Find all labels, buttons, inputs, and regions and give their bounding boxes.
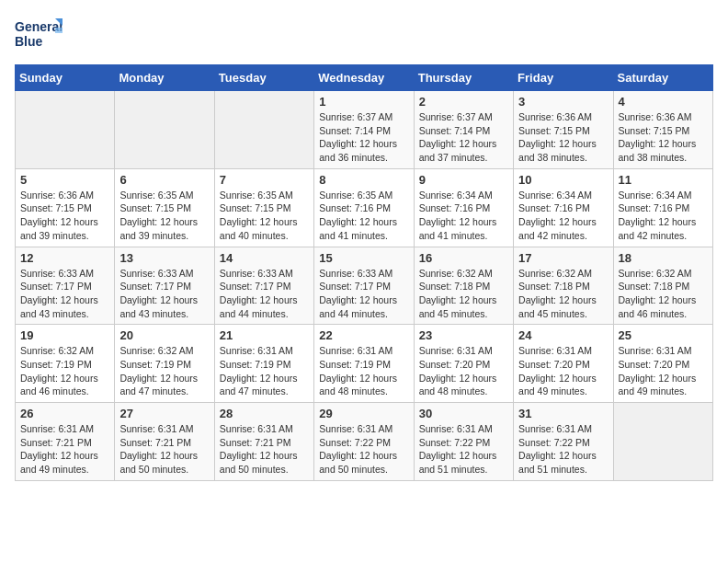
calendar-table: SundayMondayTuesdayWednesdayThursdayFrid…: [15, 64, 713, 481]
day-info: Sunrise: 6:31 AM Sunset: 7:19 PM Dayligh…: [220, 344, 309, 398]
day-info: Sunrise: 6:37 AM Sunset: 7:14 PM Dayligh…: [319, 110, 408, 165]
day-info: Sunrise: 6:34 AM Sunset: 7:16 PM Dayligh…: [619, 189, 708, 243]
day-number: 28: [220, 407, 309, 420]
day-number: 11: [619, 173, 708, 187]
day-info: Sunrise: 6:31 AM Sunset: 7:20 PM Dayligh…: [518, 344, 608, 398]
calendar-cell: [613, 403, 712, 481]
calendar-cell: 5Sunrise: 6:36 AM Sunset: 7:15 PM Daylig…: [16, 168, 115, 247]
calendar-cell: 17Sunrise: 6:32 AM Sunset: 7:18 PM Dayli…: [514, 247, 613, 325]
calendar-cell: 31Sunrise: 6:31 AM Sunset: 7:22 PM Dayli…: [514, 403, 613, 481]
svg-marker-3: [55, 28, 63, 33]
calendar-cell: 19Sunrise: 6:32 AM Sunset: 7:19 PM Dayli…: [16, 325, 115, 403]
svg-text:Blue: Blue: [15, 34, 43, 49]
calendar-cell: 21Sunrise: 6:31 AM Sunset: 7:19 PM Dayli…: [214, 325, 313, 403]
weekday-header-sunday: Sunday: [16, 65, 115, 91]
calendar-cell: 29Sunrise: 6:31 AM Sunset: 7:22 PM Dayli…: [314, 403, 414, 481]
day-info: Sunrise: 6:36 AM Sunset: 7:15 PM Dayligh…: [20, 189, 109, 243]
weekday-header-monday: Monday: [115, 65, 214, 91]
calendar-cell: 3Sunrise: 6:36 AM Sunset: 7:15 PM Daylig…: [514, 91, 613, 169]
calendar-cell: 2Sunrise: 6:37 AM Sunset: 7:14 PM Daylig…: [414, 91, 513, 169]
day-number: 13: [119, 251, 209, 265]
calendar-cell: 26Sunrise: 6:31 AM Sunset: 7:21 PM Dayli…: [16, 403, 115, 481]
calendar-cell: 13Sunrise: 6:33 AM Sunset: 7:17 PM Dayli…: [115, 247, 214, 325]
day-number: 6: [119, 173, 209, 187]
day-info: Sunrise: 6:35 AM Sunset: 7:15 PM Dayligh…: [119, 189, 209, 243]
day-info: Sunrise: 6:33 AM Sunset: 7:17 PM Dayligh…: [119, 267, 209, 321]
day-info: Sunrise: 6:34 AM Sunset: 7:16 PM Dayligh…: [518, 189, 608, 243]
day-info: Sunrise: 6:37 AM Sunset: 7:14 PM Dayligh…: [419, 110, 508, 165]
day-info: Sunrise: 6:36 AM Sunset: 7:15 PM Dayligh…: [518, 110, 608, 165]
calendar-cell: 1Sunrise: 6:37 AM Sunset: 7:14 PM Daylig…: [314, 91, 414, 169]
day-info: Sunrise: 6:31 AM Sunset: 7:21 PM Dayligh…: [220, 422, 309, 477]
calendar-cell: 30Sunrise: 6:31 AM Sunset: 7:22 PM Dayli…: [414, 403, 513, 481]
day-info: Sunrise: 6:36 AM Sunset: 7:15 PM Dayligh…: [619, 110, 708, 165]
day-number: 30: [419, 407, 508, 420]
day-number: 16: [419, 251, 508, 265]
weekday-header-thursday: Thursday: [414, 65, 513, 91]
calendar-cell: 22Sunrise: 6:31 AM Sunset: 7:19 PM Dayli…: [314, 325, 414, 403]
calendar-week-3: 12Sunrise: 6:33 AM Sunset: 7:17 PM Dayli…: [16, 247, 713, 325]
day-info: Sunrise: 6:31 AM Sunset: 7:22 PM Dayligh…: [419, 422, 508, 477]
day-number: 10: [518, 173, 608, 187]
day-number: 15: [319, 251, 408, 265]
day-info: Sunrise: 6:32 AM Sunset: 7:19 PM Dayligh…: [20, 344, 109, 398]
day-info: Sunrise: 6:31 AM Sunset: 7:21 PM Dayligh…: [119, 422, 209, 477]
weekday-header-wednesday: Wednesday: [314, 65, 414, 91]
day-info: Sunrise: 6:32 AM Sunset: 7:18 PM Dayligh…: [419, 267, 508, 321]
day-number: 14: [220, 251, 309, 265]
day-number: 3: [518, 95, 608, 109]
day-number: 17: [518, 251, 608, 265]
calendar-cell: 27Sunrise: 6:31 AM Sunset: 7:21 PM Dayli…: [115, 403, 214, 481]
calendar-cell: [115, 91, 214, 169]
day-number: 18: [619, 251, 708, 265]
day-info: Sunrise: 6:31 AM Sunset: 7:22 PM Dayligh…: [319, 422, 408, 477]
day-number: 22: [319, 328, 408, 342]
day-info: Sunrise: 6:31 AM Sunset: 7:20 PM Dayligh…: [419, 344, 508, 398]
calendar-week-2: 5Sunrise: 6:36 AM Sunset: 7:15 PM Daylig…: [16, 168, 713, 247]
day-number: 2: [419, 95, 508, 109]
calendar-header: SundayMondayTuesdayWednesdayThursdayFrid…: [16, 65, 713, 91]
day-number: 7: [220, 173, 309, 187]
calendar-cell: 11Sunrise: 6:34 AM Sunset: 7:16 PM Dayli…: [613, 168, 712, 247]
day-number: 12: [20, 251, 109, 265]
calendar-cell: 15Sunrise: 6:33 AM Sunset: 7:17 PM Dayli…: [314, 247, 414, 325]
calendar-cell: 25Sunrise: 6:31 AM Sunset: 7:20 PM Dayli…: [613, 325, 712, 403]
calendar-cell: 20Sunrise: 6:32 AM Sunset: 7:19 PM Dayli…: [115, 325, 214, 403]
calendar-cell: 24Sunrise: 6:31 AM Sunset: 7:20 PM Dayli…: [514, 325, 613, 403]
day-number: 9: [419, 173, 508, 187]
day-number: 23: [419, 328, 508, 342]
day-number: 26: [20, 407, 109, 420]
weekday-header-friday: Friday: [514, 65, 613, 91]
calendar-cell: [214, 91, 313, 169]
day-number: 29: [319, 407, 408, 420]
day-number: 4: [619, 95, 708, 109]
calendar-cell: [16, 91, 115, 169]
weekday-header-saturday: Saturday: [613, 65, 712, 91]
calendar-cell: 28Sunrise: 6:31 AM Sunset: 7:21 PM Dayli…: [214, 403, 313, 481]
day-number: 1: [319, 95, 408, 109]
logo-svg: General Blue: [15, 15, 63, 55]
day-info: Sunrise: 6:32 AM Sunset: 7:18 PM Dayligh…: [619, 267, 708, 321]
calendar-cell: 6Sunrise: 6:35 AM Sunset: 7:15 PM Daylig…: [115, 168, 214, 247]
calendar-cell: 8Sunrise: 6:35 AM Sunset: 7:16 PM Daylig…: [314, 168, 414, 247]
calendar-cell: 16Sunrise: 6:32 AM Sunset: 7:18 PM Dayli…: [414, 247, 513, 325]
day-number: 5: [20, 173, 109, 187]
day-number: 27: [119, 407, 209, 420]
day-info: Sunrise: 6:32 AM Sunset: 7:19 PM Dayligh…: [119, 344, 209, 398]
page-header: General Blue: [15, 15, 713, 55]
weekday-header-tuesday: Tuesday: [214, 65, 313, 91]
day-number: 31: [518, 407, 608, 420]
day-info: Sunrise: 6:33 AM Sunset: 7:17 PM Dayligh…: [20, 267, 109, 321]
day-info: Sunrise: 6:31 AM Sunset: 7:20 PM Dayligh…: [619, 344, 708, 398]
day-info: Sunrise: 6:35 AM Sunset: 7:16 PM Dayligh…: [319, 189, 408, 243]
day-info: Sunrise: 6:31 AM Sunset: 7:19 PM Dayligh…: [319, 344, 408, 398]
calendar-week-1: 1Sunrise: 6:37 AM Sunset: 7:14 PM Daylig…: [16, 91, 713, 169]
day-number: 21: [220, 328, 309, 342]
calendar-week-5: 26Sunrise: 6:31 AM Sunset: 7:21 PM Dayli…: [16, 403, 713, 481]
day-number: 19: [20, 328, 109, 342]
day-number: 24: [518, 328, 608, 342]
day-info: Sunrise: 6:32 AM Sunset: 7:18 PM Dayligh…: [518, 267, 608, 321]
day-number: 20: [119, 328, 209, 342]
calendar-cell: 18Sunrise: 6:32 AM Sunset: 7:18 PM Dayli…: [613, 247, 712, 325]
calendar-cell: 10Sunrise: 6:34 AM Sunset: 7:16 PM Dayli…: [514, 168, 613, 247]
